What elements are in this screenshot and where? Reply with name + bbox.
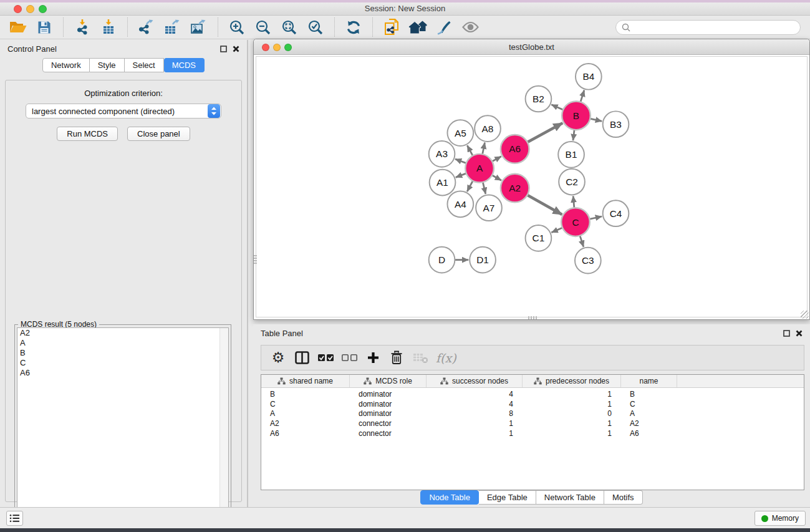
import-table-button[interactable]	[95, 17, 122, 38]
columns-button[interactable]	[290, 347, 314, 369]
graph-node-A7[interactable]: A7	[476, 195, 502, 221]
plus-button[interactable]	[361, 347, 385, 369]
graph-node-C3[interactable]: C3	[575, 248, 601, 274]
network-maximize-button[interactable]	[284, 44, 292, 51]
graph-node-B3[interactable]: B3	[603, 111, 629, 137]
graph-node-A4[interactable]: A4	[447, 191, 473, 217]
search-input[interactable]	[634, 22, 794, 32]
table-cell[interactable]: 1	[523, 400, 621, 409]
graph-node-C[interactable]: C	[561, 208, 590, 236]
table-cell[interactable]: A6	[261, 429, 350, 438]
network-close-button[interactable]	[262, 44, 269, 51]
graph-node-A2[interactable]: A2	[501, 174, 529, 203]
maximize-window-button[interactable]	[39, 5, 47, 13]
graph-node-D1[interactable]: D1	[470, 247, 496, 273]
minimize-window-button[interactable]	[26, 5, 34, 13]
function-builder-icon[interactable]: f(x)	[436, 351, 456, 365]
left-grip-handle[interactable]	[254, 255, 257, 265]
table-cell[interactable]: 1	[523, 429, 621, 438]
graph-node-A3[interactable]: A3	[429, 141, 455, 167]
graph-node-C1[interactable]: C1	[526, 225, 552, 251]
table-delete-button[interactable]	[408, 347, 432, 369]
table-cell[interactable]: A2	[621, 419, 677, 428]
table-cell[interactable]: A6	[621, 429, 677, 438]
table-cell[interactable]: 4	[427, 400, 523, 409]
table-cell[interactable]: 8	[427, 409, 523, 418]
task-history-button[interactable]	[6, 511, 23, 526]
apply-style-button[interactable]	[431, 17, 457, 38]
gear-button[interactable]: ⚙	[266, 347, 290, 369]
table-cell[interactable]: 1	[427, 419, 523, 428]
table-cell[interactable]: B	[621, 390, 677, 399]
table-cell[interactable]: dominator	[350, 409, 427, 418]
graph-node-A6[interactable]: A6	[501, 135, 529, 163]
network-window-titlebar[interactable]: testGlobe.txt	[254, 39, 809, 55]
table-cell[interactable]: B	[261, 390, 350, 399]
network-minimize-button[interactable]	[273, 44, 281, 51]
duplicate-network-button[interactable]	[378, 17, 405, 38]
run-mcds-button[interactable]: Run MCDS	[57, 127, 118, 141]
memory-button[interactable]: Memory	[755, 511, 806, 526]
zoom-fit-button[interactable]	[276, 17, 302, 38]
graph-node-B1[interactable]: B1	[558, 142, 584, 168]
tab-style[interactable]: Style	[90, 58, 125, 72]
tab-network-table[interactable]: Network Table	[536, 490, 604, 505]
table-row-b[interactable]: Bdominator41B	[261, 389, 804, 399]
close-table-panel-icon[interactable]	[796, 330, 803, 337]
export-image-button[interactable]	[186, 17, 212, 38]
open-session-button[interactable]	[5, 17, 31, 38]
table-cell[interactable]: 1	[523, 419, 621, 428]
import-network-button[interactable]	[69, 17, 95, 38]
bottom-grip-handle[interactable]	[528, 316, 538, 319]
result-list-scrollbar[interactable]	[219, 328, 228, 532]
table-cell[interactable]: A	[621, 409, 677, 418]
column-header-mcds-role[interactable]: MCDS role	[350, 375, 427, 387]
table-row-c[interactable]: Cdominator41C	[261, 399, 804, 409]
tab-select[interactable]: Select	[125, 58, 164, 72]
uncheck-pair-button[interactable]	[337, 347, 361, 369]
zoom-in-button[interactable]	[224, 17, 250, 38]
tab-network[interactable]: Network	[42, 58, 90, 72]
table-cell[interactable]: A	[261, 409, 350, 418]
tab-node-table[interactable]: Node Table	[420, 490, 479, 505]
graph-node-A[interactable]: A	[465, 154, 494, 183]
graph-node-C4[interactable]: C4	[603, 200, 629, 226]
table-cell[interactable]: dominator	[350, 390, 427, 399]
table-cell[interactable]: 4	[427, 390, 523, 399]
search-box[interactable]	[615, 20, 801, 35]
graph-node-A1[interactable]: A1	[430, 170, 456, 196]
graph-node-D[interactable]: D	[429, 247, 455, 273]
export-table-button[interactable]	[160, 17, 186, 38]
window-resize-grip[interactable]	[801, 311, 809, 319]
table-row-a2[interactable]: A2connector11A2	[261, 418, 804, 428]
graph-node-B2[interactable]: B2	[526, 86, 552, 112]
column-header-predecessor-nodes[interactable]: predecessor nodes	[523, 375, 621, 387]
float-table-panel-icon[interactable]	[783, 330, 790, 337]
table-cell[interactable]: dominator	[350, 400, 427, 409]
table-row-a[interactable]: Adominator80A	[261, 409, 804, 419]
close-panel-icon[interactable]	[233, 46, 239, 52]
save-session-button[interactable]	[31, 17, 57, 38]
table-row-a6[interactable]: A6connector11A6	[261, 428, 804, 438]
zoom-out-button[interactable]	[250, 17, 276, 38]
optimization-criterion-dropdown[interactable]: largest connected component (directed)	[26, 104, 221, 118]
home-button[interactable]	[405, 17, 431, 38]
zoom-selected-button[interactable]	[302, 17, 329, 38]
graph-node-C2[interactable]: C2	[559, 169, 585, 195]
graph-node-B4[interactable]: B4	[576, 64, 602, 90]
graph-node-A5[interactable]: A5	[447, 120, 473, 146]
column-header-name[interactable]: name	[621, 375, 677, 387]
column-header-shared-name[interactable]: shared name	[261, 375, 350, 387]
table-cell[interactable]: connector	[350, 419, 427, 428]
table-cell[interactable]: connector	[350, 429, 427, 438]
app-titlebar[interactable]: Session: New Session	[0, 2, 810, 16]
table-cell[interactable]: 1	[427, 429, 523, 438]
check-pair-button[interactable]	[314, 347, 337, 369]
trash-button[interactable]	[385, 347, 408, 369]
table-cell[interactable]: 1	[523, 390, 621, 399]
graph-node-A8[interactable]: A8	[475, 115, 501, 142]
table-cell[interactable]: C	[621, 400, 677, 409]
table-cell[interactable]: 0	[523, 409, 621, 418]
column-header-successor-nodes[interactable]: successor nodes	[427, 375, 523, 387]
table-cell[interactable]: C	[261, 400, 350, 409]
